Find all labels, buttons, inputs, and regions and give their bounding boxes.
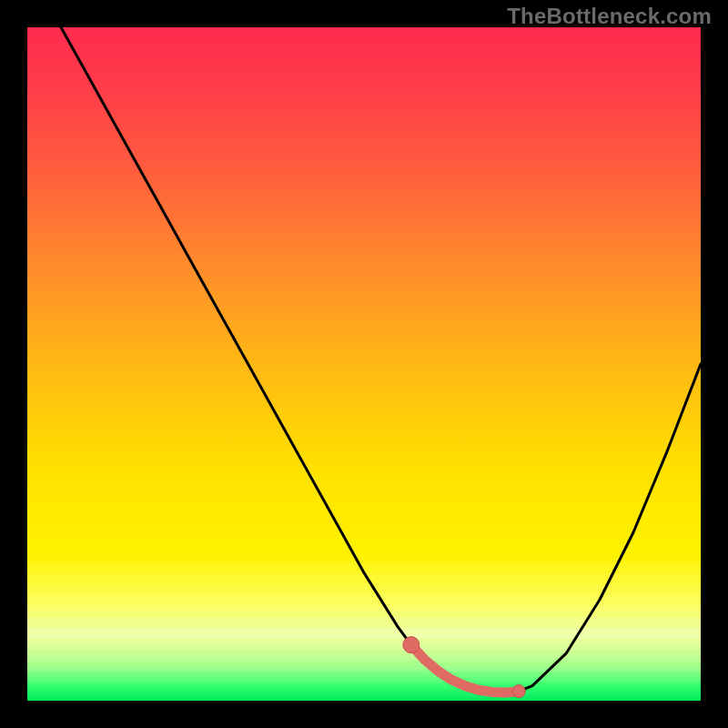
marker-dot-end — [512, 685, 525, 698]
plot-area — [27, 27, 701, 701]
watermark-text: TheBottleneck.com — [507, 4, 712, 29]
marker-dot-start — [403, 637, 420, 653]
chart-frame: TheBottleneck.com — [0, 0, 728, 728]
bottleneck-curve — [27, 27, 701, 693]
marker-connector — [411, 645, 519, 693]
optimal-range-markers — [403, 637, 525, 698]
chart-svg — [27, 27, 701, 701]
